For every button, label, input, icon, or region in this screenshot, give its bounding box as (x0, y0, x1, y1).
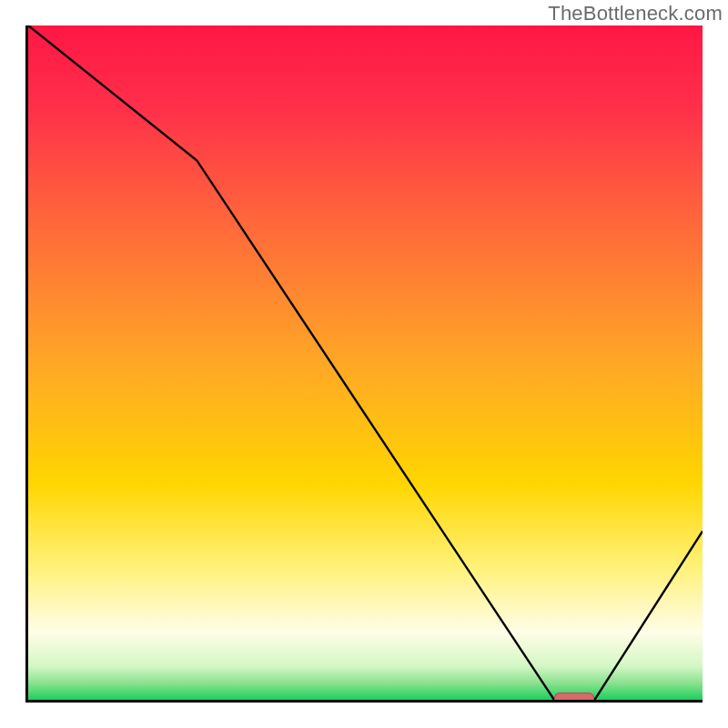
plot-area (25, 25, 703, 703)
curve-path (28, 25, 703, 700)
watermark-text: TheBottleneck.com (548, 2, 723, 25)
chart-frame: TheBottleneck.com (0, 0, 728, 728)
optimal-range-marker (554, 693, 594, 703)
bottleneck-curve (28, 25, 703, 700)
